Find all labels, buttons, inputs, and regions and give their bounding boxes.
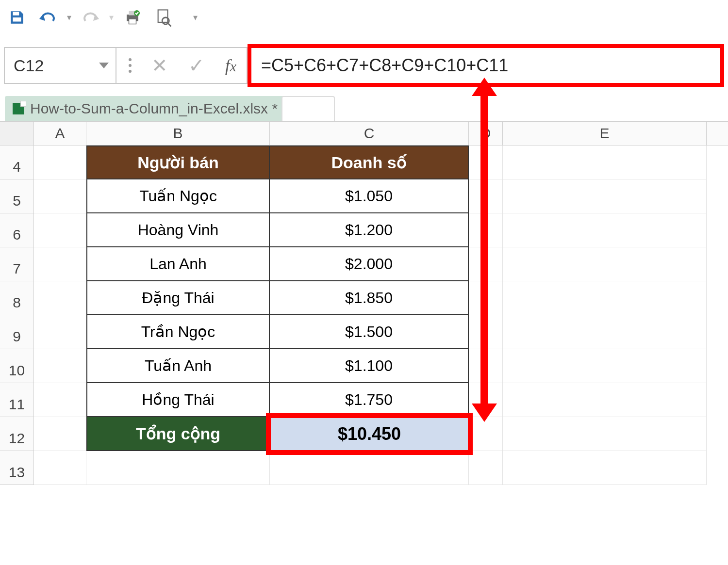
- col-header-B[interactable]: B: [86, 122, 270, 145]
- svg-line-8: [168, 24, 171, 27]
- quick-print-icon: [124, 9, 141, 26]
- cell-C5[interactable]: $1.050: [270, 179, 469, 213]
- quick-print-button[interactable]: [121, 6, 144, 29]
- cell-C11[interactable]: $1.750: [270, 383, 469, 417]
- undo-dropdown[interactable]: ▾: [67, 12, 71, 23]
- col-header-E[interactable]: E: [503, 122, 707, 145]
- undo-button[interactable]: [37, 6, 59, 29]
- spreadsheet-grid: A B C D E 4 Người bán Doanh số 5 Tuấn Ng…: [0, 121, 728, 565]
- cell-B12[interactable]: Tổng cộng: [86, 417, 270, 451]
- fx-icon[interactable]: fx: [225, 55, 236, 76]
- cell-A7[interactable]: [34, 247, 86, 281]
- table-row: 13: [0, 451, 728, 485]
- row-header-7[interactable]: 7: [0, 247, 34, 281]
- row-header-6[interactable]: 6: [0, 213, 34, 247]
- table-row: 12 Tổng cộng $10.450: [0, 417, 728, 451]
- cell-E5[interactable]: [503, 179, 707, 213]
- table-row: 7 Lan Anh $2.000: [0, 247, 728, 281]
- cell-C12[interactable]: $10.450: [270, 417, 469, 451]
- cell-E9[interactable]: [503, 315, 707, 349]
- cell-A12[interactable]: [34, 417, 86, 451]
- table-row: 10 Tuấn Anh $1.100: [0, 349, 728, 383]
- cell-A6[interactable]: [34, 213, 86, 247]
- cell-E8[interactable]: [503, 281, 707, 315]
- cell-A8[interactable]: [34, 281, 86, 315]
- cell-E4[interactable]: [503, 145, 707, 179]
- cell-B4[interactable]: Người bán: [86, 145, 270, 179]
- new-workbook-tab[interactable]: [281, 96, 335, 121]
- name-box-value: C12: [14, 56, 44, 75]
- customize-qat-dropdown[interactable]: ▾: [193, 12, 198, 23]
- cell-D13[interactable]: [469, 451, 503, 485]
- formula-bar-controls: ✕ ✓ fx: [116, 47, 248, 84]
- cell-C9[interactable]: $1.500: [270, 315, 469, 349]
- cell-B6[interactable]: Hoàng Vinh: [86, 213, 270, 247]
- redo-icon: [81, 10, 100, 25]
- cell-C13[interactable]: [270, 451, 469, 485]
- cell-B13[interactable]: [86, 451, 270, 485]
- redo-dropdown[interactable]: ▾: [109, 12, 114, 23]
- save-button[interactable]: [6, 6, 28, 29]
- select-all-corner[interactable]: [0, 122, 34, 145]
- cell-C4[interactable]: Doanh số: [270, 145, 469, 179]
- cell-A5[interactable]: [34, 179, 86, 213]
- cell-B10[interactable]: Tuấn Anh: [86, 349, 270, 383]
- enter-icon[interactable]: ✓: [188, 54, 205, 77]
- cell-C10[interactable]: $1.100: [270, 349, 469, 383]
- col-header-A[interactable]: A: [34, 122, 86, 145]
- row-header-13[interactable]: 13: [0, 451, 34, 485]
- cell-B9[interactable]: Trần Ngọc: [86, 315, 270, 349]
- formula-bar-row: C12 ✕ ✓ fx =C5+C6+C7+C8+C9+C10+C11: [4, 47, 724, 84]
- table-row: 9 Trần Ngọc $1.500: [0, 315, 728, 349]
- svg-rect-4: [129, 19, 136, 24]
- table-row: 4 Người bán Doanh số: [0, 145, 728, 179]
- svg-rect-1: [13, 17, 21, 22]
- row-header-9[interactable]: 9: [0, 315, 34, 349]
- cell-A9[interactable]: [34, 315, 86, 349]
- cell-A11[interactable]: [34, 383, 86, 417]
- row-header-11[interactable]: 11: [0, 383, 34, 417]
- rows-area: 4 Người bán Doanh số 5 Tuấn Ngọc $1.050 …: [0, 145, 728, 565]
- table-row: 11 Hồng Thái $1.750: [0, 383, 728, 417]
- annotation-arrow-icon: [480, 92, 488, 407]
- cell-E13[interactable]: [503, 451, 707, 485]
- row-header-8[interactable]: 8: [0, 281, 34, 315]
- row-header-10[interactable]: 10: [0, 349, 34, 383]
- save-icon: [9, 9, 25, 26]
- cell-B5[interactable]: Tuấn Ngọc: [86, 179, 270, 213]
- cell-C12-value: $10.450: [338, 424, 401, 444]
- cell-D12[interactable]: [469, 417, 503, 451]
- cell-C6[interactable]: $1.200: [270, 213, 469, 247]
- formula-text: =C5+C6+C7+C8+C9+C10+C11: [261, 55, 508, 76]
- row-header-4[interactable]: 4: [0, 145, 34, 179]
- cell-E12[interactable]: [503, 417, 707, 451]
- cell-C8[interactable]: $1.850: [270, 281, 469, 315]
- redo-button[interactable]: [79, 6, 101, 29]
- table-row: 5 Tuấn Ngọc $1.050: [0, 179, 728, 213]
- cell-E7[interactable]: [503, 247, 707, 281]
- row-header-12[interactable]: 12: [0, 417, 34, 451]
- cell-B7[interactable]: Lan Anh: [86, 247, 270, 281]
- cell-E11[interactable]: [503, 383, 707, 417]
- cell-B11[interactable]: Hồng Thái: [86, 383, 270, 417]
- print-preview-button[interactable]: [152, 6, 175, 29]
- cell-C7[interactable]: $2.000: [270, 247, 469, 281]
- cell-A4[interactable]: [34, 145, 86, 179]
- table-row: 6 Hoàng Vinh $1.200: [0, 213, 728, 247]
- expand-handle-icon[interactable]: [129, 58, 132, 73]
- row-header-5[interactable]: 5: [0, 179, 34, 213]
- cell-E6[interactable]: [503, 213, 707, 247]
- quick-access-toolbar: ▾ ▾ ▾: [6, 3, 197, 32]
- table-row: 8 Đặng Thái $1.850: [0, 281, 728, 315]
- cell-A10[interactable]: [34, 349, 86, 383]
- print-preview-icon: [155, 8, 172, 27]
- cell-B8[interactable]: Đặng Thái: [86, 281, 270, 315]
- name-box-dropdown-icon[interactable]: [99, 63, 109, 68]
- cell-A13[interactable]: [34, 451, 86, 485]
- workbook-tab[interactable]: How-to-Sum-a-Column_in-Excel.xlsx * ✕: [5, 96, 302, 121]
- name-box[interactable]: C12: [4, 47, 116, 84]
- excel-file-icon: [13, 103, 24, 114]
- cancel-icon[interactable]: ✕: [151, 54, 168, 77]
- col-header-C[interactable]: C: [270, 122, 469, 145]
- cell-E10[interactable]: [503, 349, 707, 383]
